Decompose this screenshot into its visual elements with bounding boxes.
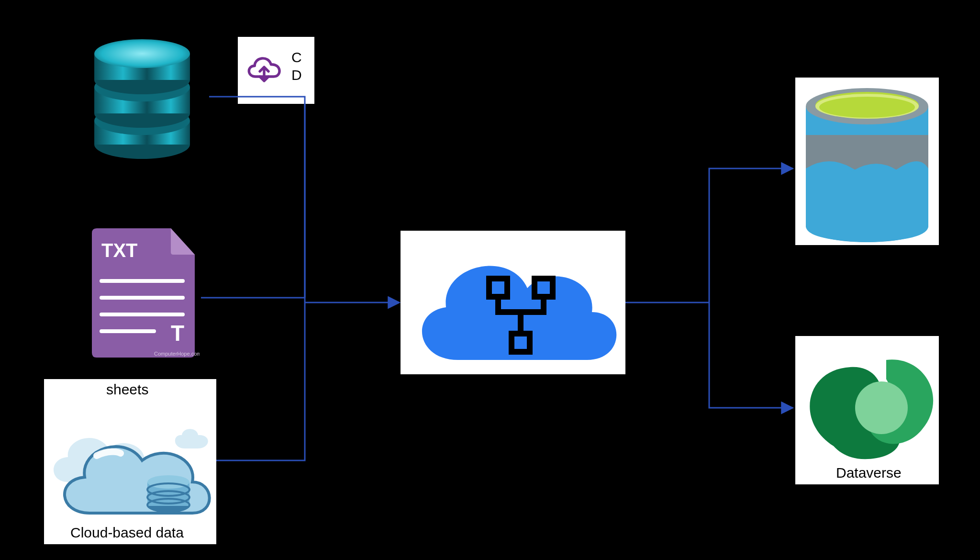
sheets-label: sheets — [106, 381, 148, 398]
svg-point-31 — [855, 381, 908, 434]
svg-text:ComputerHope.com: ComputerHope.com — [154, 351, 200, 357]
source-sheets-clip: sheets — [44, 379, 216, 401]
svg-point-30 — [819, 97, 915, 118]
svg-rect-23 — [535, 279, 553, 297]
svg-text:T: T — [171, 321, 184, 346]
dest-dataverse: Dataverse — [795, 336, 939, 484]
source-database — [75, 25, 209, 164]
svg-text:TXT: TXT — [101, 240, 138, 261]
center-data-factory — [401, 231, 625, 374]
svg-point-8 — [94, 39, 190, 68]
cloud-upload-label-2: D — [291, 67, 302, 84]
cloud-data-label: Cloud-based data — [70, 524, 184, 541]
svg-rect-22 — [489, 279, 507, 297]
source-cloud-upload: C D — [238, 37, 314, 104]
svg-point-18 — [147, 475, 189, 489]
cloud-upload-label-1: C — [291, 49, 302, 66]
source-txt-file: TXT T ComputerHope.com TXT — [87, 228, 200, 360]
dest-datalake — [795, 78, 939, 245]
dataverse-label: Dataverse — [836, 464, 932, 482]
source-cloud-data: Cloud-based data — [44, 401, 216, 544]
diagram-canvas: C D TXT T ComputerHope.com TXT sheets — [0, 0, 980, 560]
svg-rect-24 — [512, 334, 530, 352]
